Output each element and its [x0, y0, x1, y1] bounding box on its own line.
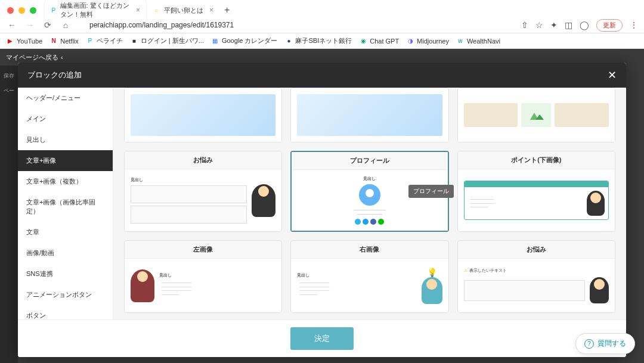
wealthnavi-icon: w — [456, 37, 465, 45]
share-icon[interactable]: ⇧ — [521, 20, 528, 30]
sidebar-item-heading[interactable]: 見出し — [18, 129, 113, 150]
chatgpt-icon: ◉ — [359, 37, 367, 45]
modal-title: ブロックの追加 — [27, 70, 82, 80]
mountain-icon — [527, 109, 545, 121]
tab-close-icon[interactable]: × — [136, 6, 140, 14]
bookmark-item[interactable]: ◑Midjourney — [406, 37, 449, 45]
extensions-icon[interactable]: ✦ — [550, 20, 558, 30]
sidebar-item-image-video[interactable]: 画像/動画 — [18, 243, 113, 263]
secure-icon: ⌂ — [60, 20, 72, 30]
tab-title: 平飼い卵とは — [164, 6, 203, 15]
browser-tab[interactable]: ○ 平飼い卵とは × — [146, 4, 219, 17]
url-bar[interactable]: peraichiapp.com/landing_pages/edit/16193… — [78, 21, 515, 29]
rail-item[interactable]: 保存 — [0, 69, 18, 83]
chevron-left-icon: ‹ — [61, 54, 63, 61]
back-icon[interactable]: ← — [6, 20, 18, 30]
update-button[interactable]: 更新 — [596, 19, 623, 32]
template-card[interactable] — [290, 88, 448, 142]
template-card-right-image[interactable]: 右画像 見出し―――――――――――――――――――――――――――――――――… — [290, 240, 448, 313]
person-icon — [131, 269, 154, 302]
preview-heading: 見出し — [363, 176, 376, 182]
bookmark-item[interactable]: ▦Google カレンダー — [211, 36, 278, 45]
profile-icon[interactable]: ◯ — [580, 20, 589, 30]
template-card-profile[interactable]: プロフィール 見出し ―――――――――――――――― プロフィール — [290, 151, 448, 232]
block-templates-grid: お悩み 見出し プロフィール 見出し — [113, 88, 626, 319]
card-title: 右画像 — [291, 241, 448, 259]
sbi-icon: ● — [284, 37, 293, 45]
warning-icon: ⚠ — [464, 268, 467, 273]
left-rail: 保存 ペー — [0, 66, 18, 363]
template-card-point[interactable]: ポイント(下画像) ―――――――――――――――――――――― — [457, 151, 615, 232]
rail-item[interactable]: ペー — [0, 83, 18, 98]
youtube-icon: ▶ — [6, 37, 14, 45]
social-icons — [355, 219, 384, 225]
tooltip: プロフィール — [408, 185, 454, 198]
card-title: お悩み — [458, 241, 615, 259]
sidebar-item-header-menu[interactable]: ヘッダー/メニュー — [18, 88, 113, 108]
card-title: ポイント(下画像) — [458, 151, 615, 169]
window-controls — [7, 7, 36, 14]
midjourney-icon: ◑ — [406, 37, 414, 45]
add-block-modal: ブロックの追加 ✕ ヘッダー/メニュー メイン 見出し 文章+画像 文章+画像（… — [18, 63, 626, 357]
confirm-button[interactable]: 決定 — [290, 327, 354, 350]
tab-close-icon[interactable]: × — [209, 6, 213, 14]
calendar-icon: ▦ — [211, 37, 219, 45]
modal-footer: 決定 — [18, 319, 626, 357]
person-icon — [590, 277, 609, 303]
template-card-worry2[interactable]: お悩み ⚠表示したいテキスト — [457, 240, 615, 313]
template-card[interactable] — [457, 88, 615, 142]
template-card-worry[interactable]: お悩み 見出し — [124, 151, 282, 232]
sidebar-item-animation-button[interactable]: アニメーションボタン — [18, 284, 113, 305]
menu-icon[interactable]: ⋮ — [630, 20, 638, 30]
bookmark-item[interactable]: ◉Chat GPT — [359, 37, 399, 45]
lightbulb-icon: 💡 — [427, 268, 437, 277]
minimize-window-icon[interactable] — [18, 7, 25, 14]
reload-icon[interactable]: ⟳ — [42, 20, 54, 30]
bookmark-item[interactable]: wWealthNavi — [456, 37, 500, 45]
bookmark-item[interactable]: ▶YouTube — [6, 37, 42, 45]
category-sidebar: ヘッダー/メニュー メイン 見出し 文章+画像 文章+画像（複数） 文章+画像（… — [18, 88, 113, 319]
panel-icon[interactable]: ◫ — [565, 20, 572, 30]
help-button[interactable]: ? 質問する — [575, 333, 635, 354]
close-icon[interactable]: ✕ — [608, 69, 617, 82]
tab-favicon-icon: ○ — [152, 6, 160, 14]
bookmark-item[interactable]: ■ログイン | 新生パワ... — [130, 36, 204, 45]
preview-text: ―――――――――――――――― — [354, 208, 386, 216]
tab-title: 編集画面: 驚くほどカンタン！無料 — [60, 1, 130, 19]
close-window-icon[interactable] — [7, 7, 14, 14]
maximize-window-icon[interactable] — [30, 7, 36, 14]
avatar-icon — [359, 184, 380, 206]
peraichi-icon: P — [86, 37, 94, 45]
person-icon — [422, 277, 442, 304]
template-card[interactable] — [124, 88, 282, 142]
sidebar-item-text-image-fixed[interactable]: 文章+画像（画像比率固定） — [18, 192, 113, 222]
bank-icon: ■ — [130, 37, 138, 45]
modal-header: ブロックの追加 ✕ — [18, 63, 626, 88]
new-tab-icon[interactable]: + — [224, 5, 230, 15]
browser-chrome: P 編集画面: 驚くほどカンタン！無料 × ○ 平飼い卵とは × + ← → ⟳… — [0, 0, 644, 33]
template-card-left-image[interactable]: 左画像 見出し―――――――――――――――――――――――――――――――――… — [124, 240, 282, 313]
sidebar-item-sns[interactable]: SNS連携 — [18, 263, 113, 284]
bookmarks-bar: ▶YouTube NNetflix Pペライチ ■ログイン | 新生パワ... … — [0, 33, 644, 49]
bookmark-item[interactable]: ●麻子SBIネット銀行 — [284, 36, 352, 45]
card-title: お悩み — [125, 151, 281, 169]
person-icon — [587, 191, 605, 216]
sidebar-item-text-image-multi[interactable]: 文章+画像（複数） — [18, 171, 113, 192]
tab-favicon-icon: P — [51, 6, 57, 14]
card-title: プロフィール — [292, 152, 447, 170]
sidebar-item-text-image[interactable]: 文章+画像 — [18, 150, 113, 171]
netflix-icon: N — [49, 37, 58, 45]
forward-icon[interactable]: → — [24, 20, 36, 30]
question-icon: ? — [584, 339, 594, 349]
bookmark-item[interactable]: Pペライチ — [86, 36, 123, 45]
sidebar-item-text[interactable]: 文章 — [18, 222, 113, 243]
back-to-mypage-link[interactable]: マイページへ戻る ‹ — [6, 53, 63, 62]
sidebar-item-main[interactable]: メイン — [18, 108, 113, 129]
person-icon — [252, 184, 275, 217]
card-title: 左画像 — [125, 241, 281, 259]
bookmark-item[interactable]: NNetflix — [49, 37, 79, 45]
sidebar-item-button[interactable]: ボタン — [18, 305, 113, 319]
bookmark-icon[interactable]: ☆ — [535, 20, 543, 30]
browser-tab-active[interactable]: P 編集画面: 驚くほどカンタン！無料 × — [45, 0, 146, 21]
